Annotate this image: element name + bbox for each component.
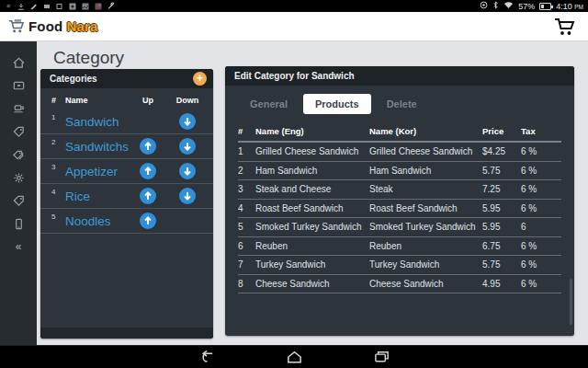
move-down-button[interactable] xyxy=(179,113,196,130)
product-price: 6.75 xyxy=(482,241,521,251)
product-name-eng: Steak and Cheese xyxy=(255,184,369,194)
edit-panel-title: Edit Category for Sandwich xyxy=(234,71,355,81)
category-name-link[interactable]: Noodles xyxy=(65,214,130,228)
product-tax: 6 % xyxy=(521,241,561,251)
product-price: 5.75 xyxy=(482,259,521,270)
product-name-eng: Cheese Sandwich xyxy=(255,279,369,289)
app-notification-icon xyxy=(69,3,76,10)
tags-icon[interactable] xyxy=(12,148,26,161)
back-button[interactable] xyxy=(198,350,216,364)
product-tax: 6 % xyxy=(521,203,561,213)
content-area: Category Categories + # Name Up Down 1 S… xyxy=(37,41,588,345)
product-row[interactable]: 4 Roast Beef Sandwich Roast Beef Sandwic… xyxy=(238,200,561,219)
home-button[interactable] xyxy=(286,350,303,364)
products-header-row: # Name (Eng) Name (Kor) Price Tax xyxy=(238,121,561,143)
arrow-down-icon xyxy=(183,117,192,126)
mobile-receipt-icon[interactable] xyxy=(12,217,26,230)
clock-label: 4:10 PM xyxy=(556,2,583,11)
status-notification-icons: ≡ xyxy=(5,3,115,10)
product-name-eng: Ham Sandwich xyxy=(255,166,369,176)
product-num: 5 xyxy=(238,222,255,232)
product-tax: 6 % xyxy=(521,259,561,270)
move-down-button[interactable] xyxy=(179,138,196,155)
download-icon xyxy=(17,3,25,10)
wifi-icon xyxy=(503,1,514,11)
tag-icon[interactable] xyxy=(12,194,26,207)
tab-products[interactable]: Products xyxy=(303,94,371,114)
col-name: Name xyxy=(65,96,130,105)
category-row: 3 Appetizer xyxy=(40,159,213,184)
battery-percent-label: 57% xyxy=(518,2,535,11)
product-tax: 6 % xyxy=(521,279,561,289)
products-body: 1 Grilled Cheese Sandwich Grilled Cheese… xyxy=(238,143,561,293)
category-row: 5 Noodles xyxy=(40,209,213,234)
product-row[interactable]: 1 Grilled Cheese Sandwich Grilled Cheese… xyxy=(238,143,561,162)
product-row[interactable]: 2 Ham Sandwich Ham Sandwich 5.75 6 % xyxy=(238,162,561,181)
cart-button[interactable] xyxy=(553,17,575,37)
move-down-button[interactable] xyxy=(179,188,196,204)
edit-panel-header: Edit Category for Sandwich xyxy=(225,66,574,86)
category-name-link[interactable]: Sandwich xyxy=(65,115,130,129)
product-tax: 6 % xyxy=(521,146,561,156)
move-up-button[interactable] xyxy=(140,188,156,204)
category-row-number: 1 xyxy=(51,109,65,121)
category-name-link[interactable]: Rice xyxy=(65,190,130,203)
bluetooth-icon xyxy=(492,1,499,11)
wrench-icon xyxy=(107,3,115,10)
product-row[interactable]: 3 Steak and Cheese Steak 7.25 6 % xyxy=(238,180,561,200)
app-notification-icon xyxy=(95,3,102,10)
categories-panel-title: Categories xyxy=(50,74,97,84)
arrow-down-icon xyxy=(183,142,192,151)
arrow-down-icon xyxy=(183,167,192,176)
app-notification-icon xyxy=(82,3,89,10)
product-name-kor: Reuben xyxy=(369,241,482,251)
product-row[interactable]: 8 Cheese Sandwich Cheese Sandwich 4.95 6… xyxy=(238,275,561,294)
product-num: 1 xyxy=(238,146,255,156)
main-area: « Category Categories + # Name Up Down 1… xyxy=(0,41,588,345)
home-icon[interactable] xyxy=(12,56,26,69)
gear-icon[interactable] xyxy=(12,171,26,184)
product-price: 7.25 xyxy=(482,184,521,194)
move-up-button[interactable] xyxy=(140,213,156,229)
product-row[interactable]: 6 Reuben Reuben 6.75 6 % xyxy=(238,237,561,257)
category-name-link[interactable]: Appetizer xyxy=(65,165,130,178)
product-row[interactable]: 5 Smoked Turkey Sandwich Smoked Turkey S… xyxy=(238,218,561,237)
add-category-button[interactable]: + xyxy=(193,72,207,86)
collapse-sidebar-icon[interactable]: « xyxy=(12,240,26,253)
product-name-eng: Reuben xyxy=(255,241,369,251)
foodnara-logo: FoodNara xyxy=(7,18,98,34)
products-col-name-kor: Name (Kor) xyxy=(369,126,482,136)
products-col-price: Price xyxy=(482,126,521,136)
product-num: 8 xyxy=(238,279,255,289)
pos-terminal-icon[interactable] xyxy=(12,102,26,115)
app-notification-icon xyxy=(43,3,51,10)
product-price: $4.25 xyxy=(482,146,521,156)
tab-general[interactable]: General xyxy=(238,94,300,114)
arrow-up-icon xyxy=(143,142,153,151)
product-price: 4.95 xyxy=(482,279,521,289)
tag-icon[interactable] xyxy=(12,125,26,138)
product-name-eng: Roast Beef Sandwich xyxy=(255,203,369,213)
move-up-button[interactable] xyxy=(140,138,156,155)
move-down-button[interactable] xyxy=(179,163,196,179)
product-tax: 6 % xyxy=(521,184,561,194)
scrollbar-thumb[interactable] xyxy=(570,279,572,325)
edit-tabs: General Products Delete xyxy=(225,86,574,114)
product-name-kor: Roast Beef Sandwich xyxy=(369,203,482,213)
product-name-kor: Cheese Sandwich xyxy=(369,279,482,289)
products-col-name-eng: Name (Eng) xyxy=(255,126,369,136)
recents-button[interactable] xyxy=(373,350,390,364)
category-row: 4 Rice xyxy=(40,184,213,209)
product-tax: 6 xyxy=(521,222,561,232)
tab-delete[interactable]: Delete xyxy=(375,94,429,114)
battery-icon xyxy=(539,3,551,10)
products-table: # Name (Eng) Name (Kor) Price Tax 1 Gril… xyxy=(238,121,561,293)
move-up-button[interactable] xyxy=(140,163,156,179)
arrow-up-icon xyxy=(143,167,153,176)
product-row[interactable]: 7 Turkey Sandwich Turkey Sandwich 5.75 6… xyxy=(238,256,561,275)
logo-cart-icon xyxy=(7,18,25,34)
category-name-link[interactable]: Sandwitchs xyxy=(65,140,130,154)
display-icon[interactable] xyxy=(12,79,26,92)
product-name-kor: Grilled Cheese Sandwich xyxy=(369,146,482,156)
page-title: Category xyxy=(53,48,124,68)
